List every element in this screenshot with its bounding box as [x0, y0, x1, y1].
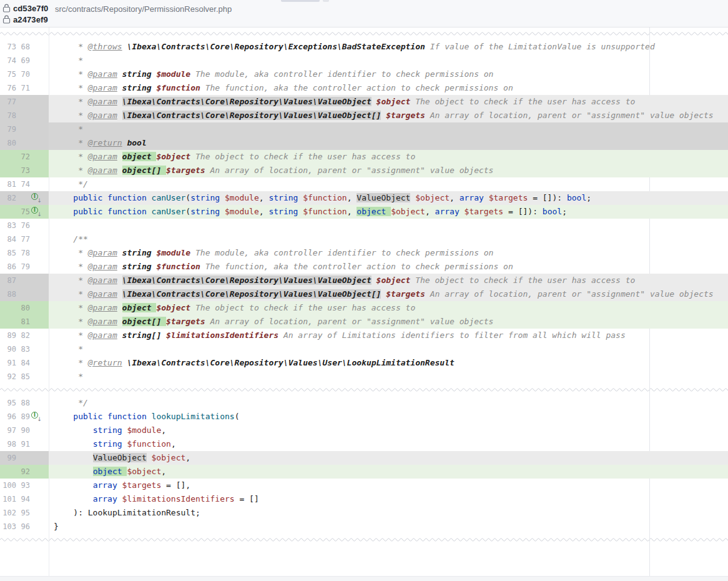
implemented-method-icon[interactable]: I↓ [31, 206, 41, 216]
line-number-new: 95 [19, 506, 30, 520]
code-line[interactable]: * @return bool [49, 136, 728, 150]
code-line[interactable]: string $function, [49, 437, 728, 451]
code-line[interactable]: * @param string $module The module, aka … [49, 67, 728, 81]
diff-code-row: 9184 * @return \Ibexa\Contracts\Core\Rep… [0, 356, 728, 370]
empty-area [0, 546, 728, 576]
line-number-old: 78 [1, 109, 16, 122]
code-line[interactable]: * [49, 370, 728, 384]
code-line[interactable]: ValueObject $object, [49, 451, 728, 465]
line-number-old: 80 [1, 136, 16, 150]
gutter-cell: 7671 [0, 81, 49, 95]
diff-code-row: 7469 * [0, 54, 728, 67]
gutter-cell: 8376 [0, 219, 49, 232]
code-line[interactable]: * @param \Ibexa\Contracts\Core\Repositor… [49, 274, 728, 287]
gutter-cell: 88 [0, 287, 49, 301]
bottom-scrollbar-track[interactable] [0, 576, 728, 581]
line-number-new: 75 [19, 205, 30, 219]
code-line[interactable]: * @param object[] $targets An array of l… [49, 164, 728, 177]
code-line[interactable]: array $limitationsIdentifiers = [] [49, 492, 728, 506]
line-number-old: 99 [1, 451, 16, 465]
diff-code-row: 10295 ): LookupLimitationResult; [0, 506, 728, 520]
code-line[interactable]: * [49, 54, 728, 67]
code-line[interactable]: * [49, 342, 728, 356]
line-number-new: 69 [19, 54, 30, 67]
code-line[interactable] [49, 219, 728, 232]
line-number-old: 96 [1, 410, 16, 424]
code-line[interactable]: * @throws \Ibexa\Contracts\Core\Reposito… [49, 40, 728, 54]
line-number-old: 82 [1, 191, 16, 205]
diff-code-row: 75I↓ public function canUser(string $mod… [0, 205, 728, 219]
line-number-old: 75 [1, 67, 16, 81]
line-number-new: 71 [19, 81, 30, 95]
line-number-old: 91 [1, 356, 16, 370]
line-number-old: 89 [1, 329, 16, 342]
code-line[interactable]: */ [49, 177, 728, 191]
code-line[interactable]: } [49, 520, 728, 534]
code-line[interactable]: /** [49, 232, 728, 246]
diff-code-row: 88 * @param \Ibexa\Contracts\Core\Reposi… [0, 287, 728, 301]
gutter-cell: 79 [0, 122, 49, 136]
commit-hash-old: cd53e7f0 [13, 4, 48, 13]
line-number-new: 88 [19, 396, 30, 410]
code-line[interactable]: * @param string $module The module, aka … [49, 246, 728, 260]
gutter-cell: 8578 [0, 246, 49, 260]
line-number-new: 91 [19, 437, 30, 451]
diff-code-row: 10396} [0, 520, 728, 534]
code-line[interactable]: public function lookupLimitations( [49, 410, 728, 424]
code-line[interactable]: string $module, [49, 424, 728, 437]
diff-code-row: 79 * [0, 122, 728, 136]
top-edge-remnant [281, 0, 320, 2]
diff-code-row: 72 * @param object $object The object to… [0, 150, 728, 164]
gutter-cell: 9689I↓ [0, 410, 49, 424]
code-line[interactable]: * [49, 122, 728, 136]
gutter-cell: 9588 [0, 396, 49, 410]
line-number-new: 78 [19, 246, 30, 260]
code-line[interactable]: * @param object $object The object to ch… [49, 150, 728, 164]
code-line[interactable]: array $targets = [], [49, 479, 728, 492]
diff-code-row: 8578 * @param string $module The module,… [0, 246, 728, 260]
code-line[interactable]: public function canUser(string $module, … [49, 191, 728, 205]
diff-code-row: 99 ValueObject $object, [0, 451, 728, 465]
code-line[interactable]: * @param \Ibexa\Contracts\Core\Repositor… [49, 109, 728, 122]
implemented-method-icon[interactable]: I↓ [31, 411, 41, 420]
gutter-cell: 81 [0, 315, 49, 329]
line-number-new: 79 [19, 260, 30, 274]
diff-code-row: 78 * @param \Ibexa\Contracts\Core\Reposi… [0, 109, 728, 122]
gutter-cell: 72 [0, 150, 49, 164]
code-line[interactable]: */ [49, 396, 728, 410]
code-line[interactable]: * @param object[] $targets An array of l… [49, 315, 728, 329]
line-number-new: 68 [19, 40, 30, 54]
line-number-new: 89 [19, 410, 30, 424]
code-line[interactable]: * @param \Ibexa\Contracts\Core\Repositor… [49, 287, 728, 301]
line-number-new: 81 [19, 315, 30, 329]
line-number-new: 74 [19, 177, 30, 191]
diff-code-row: 8477 /** [0, 232, 728, 246]
line-number-new: 92 [19, 465, 30, 479]
collapsed-region-separator[interactable] [0, 534, 728, 546]
code-line[interactable]: object $object, [49, 465, 728, 479]
line-number-old: 86 [1, 260, 16, 274]
diff-code-row: 10093 array $targets = [], [0, 479, 728, 492]
gutter-cell: 87 [0, 274, 49, 287]
code-line[interactable]: * @param string $function The function, … [49, 260, 728, 274]
code-line[interactable]: * @return \Ibexa\Contracts\Core\Reposito… [49, 356, 728, 370]
code-line[interactable]: ): LookupLimitationResult; [49, 506, 728, 520]
diff-code-row: 9790 string $module, [0, 424, 728, 437]
collapsed-region-separator[interactable] [0, 27, 728, 40]
line-number-old: 76 [1, 81, 16, 95]
line-number-old: 73 [1, 40, 16, 54]
code-line[interactable]: * @param object $object The object to ch… [49, 301, 728, 315]
code-line[interactable]: * @param string $function The function, … [49, 81, 728, 95]
code-line[interactable]: * @param string[] $limitationsIdentifier… [49, 329, 728, 342]
code-line[interactable]: public function canUser(string $module, … [49, 205, 728, 219]
diff-panel: 7368 * @throws \Ibexa\Contracts\Core\Rep… [0, 27, 728, 581]
line-number-old: 101 [1, 492, 16, 506]
gutter-cell: 8477 [0, 232, 49, 246]
diff-code-row: 92 object $object, [0, 465, 728, 479]
gutter-cell: 7570 [0, 67, 49, 81]
line-number-new: 72 [19, 150, 30, 164]
implemented-method-icon[interactable]: I↓ [31, 192, 41, 202]
lock-icon [2, 15, 11, 24]
collapsed-region-separator[interactable] [0, 384, 728, 396]
code-line[interactable]: * @param \Ibexa\Contracts\Core\Repositor… [49, 95, 728, 109]
